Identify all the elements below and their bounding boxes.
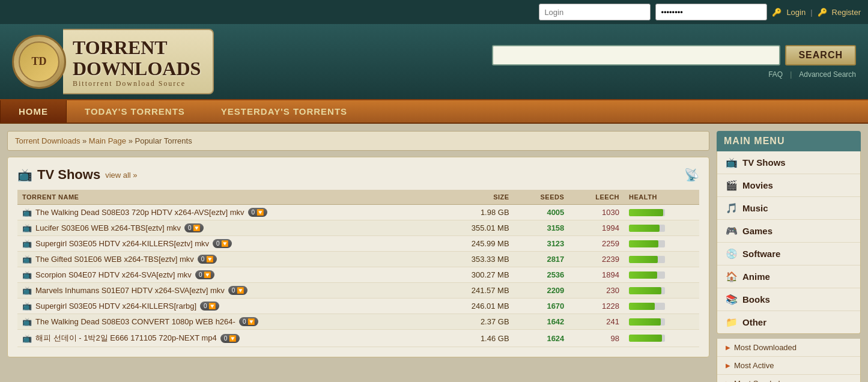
magnet-button[interactable]: 0 🔽 xyxy=(184,223,204,232)
sidebar-sub-most-active[interactable]: ▶Most Active xyxy=(717,357,860,375)
health-cell xyxy=(624,314,699,330)
faq-link[interactable]: FAQ xyxy=(768,70,783,79)
leech-cell: 2259 xyxy=(569,236,624,252)
health-fill xyxy=(629,225,660,232)
nav-yesterday[interactable]: YESTERDAY'S TORRENTS xyxy=(203,100,365,123)
nav-home[interactable]: HOME xyxy=(0,100,67,123)
magnet-button[interactable]: 0 🔽 xyxy=(239,317,258,326)
password-input[interactable] xyxy=(655,4,767,20)
sidebar-icon: 💿 xyxy=(726,248,738,259)
magnet-button[interactable]: 0 🔽 xyxy=(198,255,217,264)
sidebar-item-software[interactable]: 💿Software xyxy=(717,243,860,265)
health-bar xyxy=(629,209,665,216)
leech-cell: 2239 xyxy=(569,252,624,267)
torrent-name-cell: 📺 The Walking Dead S08E03 CONVERT 1080p … xyxy=(17,314,436,330)
nav-today[interactable]: TODAY'S TORRENTS xyxy=(67,100,203,123)
breadcrumb-main[interactable]: Main Page xyxy=(89,136,126,145)
torrent-link[interactable]: Scorpion S04E07 HDTV x264-SVA[eztv] mkv xyxy=(35,270,192,279)
header-right: SEARCH FAQ | Advanced Search xyxy=(492,45,856,79)
health-cell xyxy=(624,283,699,299)
torrent-link[interactable]: Lucifer S03E06 WEB x264-TBS[eztv] mkv xyxy=(35,223,181,232)
leech-cell: 1994 xyxy=(569,220,624,236)
sidebar-item-anime[interactable]: 🏠Anime xyxy=(717,265,860,288)
link-separator: | xyxy=(790,70,792,79)
seeds-cell: 2209 xyxy=(514,283,569,299)
torrent-tv-icon: 📺 xyxy=(22,208,32,217)
sidebar-item-label: Other xyxy=(742,317,766,327)
login-input[interactable] xyxy=(539,4,651,20)
sidebar-sub-label: Most Seeded xyxy=(734,379,780,382)
table-header-row: TORRENT NAME SIZE SEEDS LEECH HEALTH xyxy=(17,190,699,205)
magnet-button[interactable]: 0 🔽 xyxy=(228,286,247,295)
health-fill xyxy=(629,303,655,310)
magnet-button[interactable]: 0 🔽 xyxy=(213,239,232,248)
login-link[interactable]: Login xyxy=(786,8,806,17)
sidebar-sub-most-downloaded[interactable]: ▶Most Downloaded xyxy=(717,339,860,357)
sidebar-item-games[interactable]: 🎮Games xyxy=(717,220,860,243)
torrent-link[interactable]: The Walking Dead S08E03 CONVERT 1080p WE… xyxy=(35,317,235,326)
nav-bar: HOME TODAY'S TORRENTS YESTERDAY'S TORREN… xyxy=(0,99,868,124)
table-row: 📺 Supergirl S03E05 HDTV x264-KILLERS[rar… xyxy=(17,299,699,314)
size-cell: 355.01 MB xyxy=(436,220,514,236)
leech-cell: 241 xyxy=(569,314,624,330)
seeds-cell: 2536 xyxy=(514,267,569,283)
leech-cell: 1894 xyxy=(569,267,624,283)
logo-badge: TD xyxy=(12,35,66,89)
search-input[interactable] xyxy=(492,45,780,65)
size-cell: 2.37 GB xyxy=(436,314,514,330)
box-title: 📺 TV Shows view all » xyxy=(17,167,138,183)
torrent-tv-icon: 📺 xyxy=(22,223,32,232)
torrent-link[interactable]: The Walking Dead S08E03 720p HDTV x264-A… xyxy=(35,208,244,217)
health-bar xyxy=(629,256,665,263)
login-icon: 🔑 xyxy=(772,8,782,17)
torrent-tv-icon: 📺 xyxy=(22,255,32,264)
sidebar-item-tv-shows[interactable]: 📺TV Shows xyxy=(717,151,860,174)
box-header: 📺 TV Shows view all » 📡 xyxy=(17,167,699,183)
size-cell: 246.01 MB xyxy=(436,299,514,314)
sidebar-item-label: Music xyxy=(742,203,768,213)
table-row: 📺 Scorpion S04E07 HDTV x264-SVA[eztv] mk… xyxy=(17,267,699,283)
health-fill xyxy=(629,209,663,216)
torrent-name-cell: 📺 The Walking Dead S08E03 720p HDTV x264… xyxy=(17,205,436,220)
torrent-link[interactable]: Supergirl S03E05 HDTV x264-KILLERS[rarbg… xyxy=(35,302,196,311)
seeds-cell: 4005 xyxy=(514,205,569,220)
col-health: HEALTH xyxy=(624,190,699,205)
magnet-button[interactable]: 0 🔽 xyxy=(220,334,240,343)
magnet-button[interactable]: 0 🔽 xyxy=(195,270,214,279)
torrent-link[interactable]: Marvels Inhumans S01E07 HDTV x264-SVA[ez… xyxy=(35,286,225,295)
torrent-tv-icon: 📺 xyxy=(22,302,32,311)
torrent-box: 📺 TV Shows view all » 📡 TORRENT NAME SIZ… xyxy=(7,157,709,357)
table-row: 📺 Lucifer S03E06 WEB x264-TBS[eztv] mkv … xyxy=(17,220,699,236)
sidebar-item-movies[interactable]: 🎬Movies xyxy=(717,174,860,197)
torrent-name-cell: 📺 Supergirl S03E05 HDTV x264-KILLERS[rar… xyxy=(17,299,436,314)
torrent-link[interactable]: 해피 선데이 - 1박2일 E666 171105 720p-NEXT mp4 xyxy=(35,333,217,344)
seeds-cell: 1624 xyxy=(514,330,569,347)
advanced-search-link[interactable]: Advanced Search xyxy=(799,70,856,79)
torrent-link[interactable]: The Gifted S01E06 WEB x264-TBS[eztv] mkv xyxy=(35,255,194,264)
col-size: SIZE xyxy=(436,190,514,205)
sidebar-sub-label: Most Active xyxy=(734,361,774,370)
sidebar-item-music[interactable]: 🎵Music xyxy=(717,197,860,220)
breadcrumb-home[interactable]: Torrent Downloads xyxy=(15,136,80,145)
health-bar xyxy=(629,335,665,342)
sidebar-icon: 🎬 xyxy=(726,180,738,191)
logo-title: TORRENT DOWNLOADS xyxy=(73,37,201,79)
search-button[interactable]: SEARCH xyxy=(785,45,856,65)
arrow-icon: ▶ xyxy=(726,344,730,351)
view-all-link[interactable]: view all » xyxy=(105,171,137,180)
magnet-button[interactable]: 0 🔽 xyxy=(248,208,267,217)
separator: | xyxy=(810,8,812,17)
table-row: 📺 The Gifted S01E06 WEB x264-TBS[eztv] m… xyxy=(17,252,699,267)
sidebar: MAIN MENU 📺TV Shows🎬Movies🎵Music🎮Games💿S… xyxy=(717,131,861,382)
register-link[interactable]: Register xyxy=(832,8,861,17)
magnet-button[interactable]: 0 🔽 xyxy=(200,302,219,311)
sidebar-menu-title: MAIN MENU xyxy=(724,136,785,146)
sidebar-item-books[interactable]: 📚Books xyxy=(717,288,860,311)
sidebar-sub: ▶Most Downloaded▶Most Active▶Most Seeded… xyxy=(717,339,861,382)
sidebar-item-other[interactable]: 📁Other xyxy=(717,311,860,333)
rss-icon[interactable]: 📡 xyxy=(684,168,699,182)
breadcrumb: Torrent Downloads » Main Page » Popular … xyxy=(7,131,709,151)
torrent-link[interactable]: Supergirl S03E05 HDTV x264-KILLERS[eztv]… xyxy=(35,239,209,248)
health-fill xyxy=(629,287,661,294)
sidebar-sub-most-seeded[interactable]: ▶Most Seeded xyxy=(717,375,860,382)
